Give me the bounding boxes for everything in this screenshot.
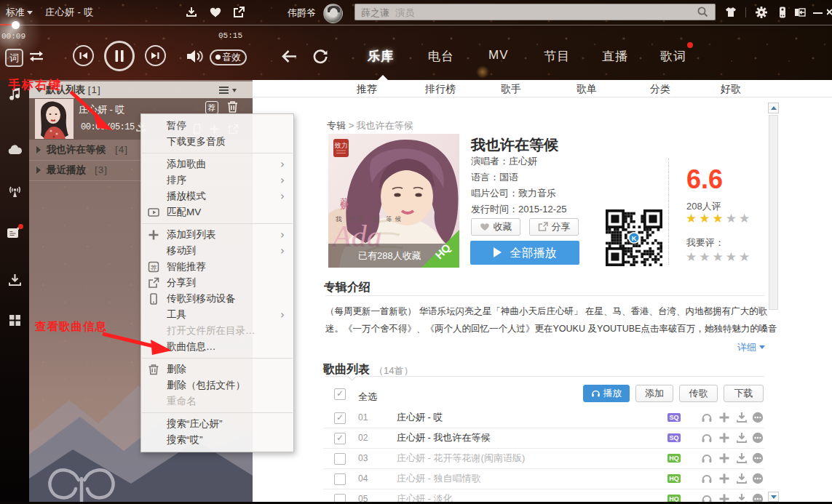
list-menu-icon[interactable] <box>219 87 231 94</box>
download-icon[interactable] <box>736 452 748 464</box>
menu-item[interactable]: 匹配MV <box>141 204 293 220</box>
menu-item[interactable]: 分享到 <box>141 275 293 291</box>
tab-ranking[interactable]: 排行榜 <box>425 81 456 97</box>
previous-button[interactable] <box>73 45 94 66</box>
tab-good-songs[interactable]: 好歌 <box>721 81 741 97</box>
menu-item[interactable]: 搜索“庄心妍” <box>141 416 293 432</box>
add-icon[interactable] <box>718 412 730 423</box>
close-icon[interactable] <box>827 7 832 18</box>
progress-bar-track[interactable] <box>0 25 832 25</box>
trash-icon[interactable] <box>226 100 239 113</box>
tab-playlists[interactable]: 歌单 <box>577 81 597 97</box>
download-icon[interactable] <box>736 432 748 444</box>
user-name[interactable]: 伟爵爷 <box>288 7 316 20</box>
pause-button[interactable] <box>104 41 135 71</box>
add-icon[interactable] <box>718 473 730 484</box>
add-icon[interactable] <box>718 452 730 464</box>
more-icon[interactable] <box>752 412 764 423</box>
skin-tshirt-icon[interactable] <box>724 6 737 19</box>
menu-item[interactable]: 删除（包括文件） <box>141 377 293 393</box>
nav-item-shows[interactable]: 节目 <box>544 48 570 65</box>
menu-item[interactable]: 荐智能推荐 <box>141 259 293 275</box>
intro-detail-link[interactable]: 详细 <box>737 341 765 354</box>
song-title[interactable]: 庄心妍 - 我也许在等候 <box>397 428 491 448</box>
song-row[interactable]: 04庄心妍 - 独自唱情歌HQ <box>323 468 764 489</box>
song-row[interactable]: ✓01庄心妍 - 哎SQ <box>323 407 764 428</box>
select-all-checkbox[interactable]: ✓ <box>334 388 346 400</box>
scrollbar-down-button[interactable] <box>768 492 779 502</box>
song-checkbox[interactable] <box>334 494 346 502</box>
more-icon[interactable] <box>752 452 764 464</box>
menu-item[interactable]: 下载更多音质 <box>141 134 293 150</box>
song-row[interactable]: ✓02庄心妍 - 我也许在等候SQ <box>323 428 764 449</box>
menu-item[interactable]: 播放模式› <box>141 188 293 204</box>
search-icon[interactable] <box>697 6 709 18</box>
radio-tower-icon[interactable] <box>7 183 23 199</box>
song-identify-icon[interactable] <box>6 225 23 243</box>
nav-item-library[interactable]: 乐库 <box>368 48 394 65</box>
nav-item-mv[interactable]: MV <box>488 48 509 63</box>
listen-icon[interactable] <box>701 493 713 502</box>
menu-item[interactable]: 歌曲信息… <box>141 339 293 355</box>
apps-grid-icon[interactable] <box>7 313 23 328</box>
song-title[interactable]: 庄心妍 - 花开等花谢(闽南语版) <box>397 448 525 468</box>
sidebar-group-default-list[interactable]: 默认列表 [1] <box>29 81 253 98</box>
add-icon[interactable] <box>718 493 730 502</box>
menu-item[interactable]: 移动到› <box>141 243 293 259</box>
next-button[interactable] <box>145 45 166 66</box>
phone-device-icon[interactable] <box>776 6 789 19</box>
song-checkbox[interactable] <box>334 473 346 485</box>
menu-item[interactable]: 排序› <box>141 172 293 188</box>
cloud-icon[interactable] <box>7 143 23 158</box>
listen-icon[interactable] <box>701 473 713 484</box>
play-all-button[interactable]: 全部播放 <box>470 241 579 265</box>
settings-gear-icon[interactable] <box>755 6 768 19</box>
song-row[interactable]: 03庄心妍 - 花开等花谢(闽南语版)HQ <box>323 448 764 469</box>
scrollbar-thumb[interactable] <box>769 115 778 310</box>
song-title[interactable]: 庄心妍 - 淡化 <box>397 489 453 502</box>
more-icon[interactable] <box>752 493 764 502</box>
heart-icon[interactable] <box>209 6 222 19</box>
menu-item[interactable]: 删除 <box>141 361 293 377</box>
song-title[interactable]: 庄心妍 - 独自唱情歌 <box>397 468 481 489</box>
minimize-icon[interactable] <box>813 12 823 14</box>
my-rating-stars[interactable]: ★★★★★ <box>686 249 752 265</box>
progress-knob[interactable] <box>12 21 20 29</box>
tab-categories[interactable]: 分类 <box>650 81 670 97</box>
scrollbar-up-button[interactable] <box>768 103 779 113</box>
nav-item-lyrics[interactable]: 歌词 <box>660 48 686 65</box>
list-send-button[interactable]: 传歌 <box>679 385 718 402</box>
recommend-badge[interactable]: 荐 <box>205 101 218 114</box>
tab-singers[interactable]: 歌手 <box>501 81 521 97</box>
song-checkbox[interactable] <box>334 453 346 465</box>
lyrics-button[interactable]: 词 <box>5 49 23 67</box>
listen-icon[interactable] <box>701 412 713 423</box>
tab-recommend[interactable]: 推荐 <box>357 81 377 97</box>
menu-item[interactable]: 传歌到移动设备 <box>141 291 293 307</box>
list-add-button[interactable]: 添加 <box>635 385 673 402</box>
song-row[interactable]: 05庄心妍 - 淡化HQ <box>323 489 764 502</box>
share-button[interactable]: 分享 <box>529 218 579 236</box>
menu-item[interactable]: 添加歌曲› <box>141 156 293 172</box>
menu-item[interactable]: 搜索“哎” <box>141 432 293 448</box>
skin-mode-dropdown[interactable]: 标准 <box>6 6 33 19</box>
volume-icon[interactable] <box>186 49 204 64</box>
menu-item[interactable]: 添加到列表› <box>141 227 293 243</box>
refresh-icon[interactable] <box>312 49 328 65</box>
loop-mode-icon[interactable] <box>28 49 45 63</box>
user-avatar[interactable] <box>323 4 343 23</box>
share-icon[interactable] <box>232 6 245 19</box>
nav-item-radio[interactable]: 电台 <box>428 48 454 65</box>
sound-effect-button[interactable]: 音效 <box>210 49 247 65</box>
menu-item[interactable]: 暂停 <box>141 118 293 134</box>
add-icon[interactable] <box>718 432 730 444</box>
mini-mode-icon[interactable] <box>793 6 807 19</box>
list-download-button[interactable]: 下载 <box>724 385 764 402</box>
download-icon[interactable] <box>185 6 198 19</box>
menu-item[interactable]: 工具› <box>141 307 293 323</box>
listen-icon[interactable] <box>701 452 713 464</box>
download-icon[interactable] <box>736 473 748 484</box>
album-cover[interactable]: 致力 莊心妍 我 也許 在 等候 Ada 已有288人收藏 HQ <box>328 134 459 268</box>
listen-icon[interactable] <box>701 432 713 444</box>
download-icon[interactable] <box>736 412 748 423</box>
